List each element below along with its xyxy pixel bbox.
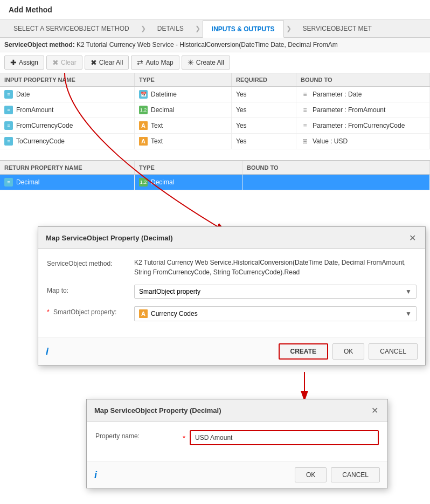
auto-map-icon: ⇄ [137, 58, 143, 67]
property-name-label: Property name: [95, 430, 176, 440]
spacer [0, 149, 430, 156]
modal-2-footer: i OK CANCEL [87, 461, 387, 488]
tab-serviceobject-met[interactable]: SERVICEOBJECT MET [294, 20, 381, 37]
row-icon-date: ≡ [4, 90, 13, 99]
clear-icon: ✖ [52, 58, 59, 67]
modal-1-title: Map ServiceObject Property (Decimal) [46, 234, 173, 242]
param-icon-date: ≡ [301, 90, 309, 99]
return-icon-decimal: ≡ [4, 178, 13, 187]
input-bound-date: ≡ Parameter : Date [296, 87, 430, 102]
clear-all-icon: ✖ [91, 58, 97, 67]
dialog-title: Add Method [0, 0, 430, 20]
return-bound-decimal [242, 175, 430, 190]
header-input-name: INPUT PROPERTY NAME [0, 73, 135, 86]
header-return-name: RETURN PROPERTY NAME [0, 161, 135, 174]
input-name-fromcurrencycode: ≡ FromCurrencyCode [0, 118, 135, 133]
smartobject-dropdown-arrow: ▼ [405, 310, 412, 317]
input-required-date: Yes [232, 87, 296, 102]
tab-details[interactable]: DETAILS [148, 20, 193, 37]
modal-2-body: Property name: * [87, 422, 387, 461]
required-star-property: * [183, 434, 185, 442]
header-input-required: REQUIRED [232, 73, 296, 86]
text-icon-tocurrencycode: A [139, 137, 148, 146]
return-table-row[interactable]: ≡ Decimal 1.2 Decimal [0, 175, 430, 190]
modal-2-footer-buttons: OK CANCEL [295, 467, 380, 482]
map-to-dropdown-arrow: ▼ [405, 288, 412, 295]
input-bound-tocurrencycode: ⊞ Value : USD [296, 134, 430, 149]
input-type-fromcurrencycode: A Text [135, 118, 232, 133]
modal-2-close-button[interactable]: ✕ [369, 405, 380, 416]
create-all-button[interactable]: ✳ Create All [182, 56, 230, 70]
modal-map-property-1: Map ServiceObject Property (Decimal) ✕ S… [38, 226, 426, 365]
plus-icon: ✚ [10, 58, 17, 67]
tab-separator-3: ❯ [284, 25, 294, 32]
auto-map-button[interactable]: ⇄ Auto Map [131, 56, 179, 70]
table-row[interactable]: ≡ Date 📅 Datetime Yes ≡ Parameter : Date [0, 87, 430, 102]
modal-1-close-button[interactable]: ✕ [407, 232, 418, 243]
assign-button[interactable]: ✚ Assign [4, 56, 44, 70]
input-name-tocurrencycode: ≡ ToCurrencyCode [0, 134, 135, 149]
return-table-header: RETURN PROPERTY NAME TYPE BOUND TO [0, 160, 430, 175]
info-icon-1: i [46, 346, 48, 357]
service-method-label: ServiceObject method: [47, 258, 128, 267]
input-name-fromamount: ≡ FromAmount [0, 102, 135, 118]
input-table-header: INPUT PROPERTY NAME TYPE REQUIRED BOUND … [0, 73, 430, 87]
map-to-row: Map to: SmartObject property ▼ [47, 285, 417, 299]
decimal-icon: 1.2 [139, 106, 148, 114]
ok-button-2[interactable]: OK [295, 467, 327, 482]
modal-1-footer-buttons: CREATE OK CANCEL [279, 343, 418, 360]
tab-select-method[interactable]: SELECT A SERVICEOBJECT METHOD [4, 20, 138, 37]
input-type-date: 📅 Datetime [135, 87, 232, 102]
header-return-bound-to: BOUND TO [242, 161, 430, 174]
input-type-tocurrencycode: A Text [135, 134, 232, 149]
header-input-type: TYPE [135, 73, 232, 86]
cancel-button-2[interactable]: CANCEL [331, 467, 380, 482]
modal-1-header: Map ServiceObject Property (Decimal) ✕ [38, 227, 425, 249]
table-row[interactable]: ≡ FromAmount 1.2 Decimal Yes ≡ Parameter… [0, 102, 430, 118]
smartobject-label: * SmartObject property: [47, 306, 128, 316]
clear-all-button[interactable]: ✖ Clear All [85, 56, 129, 70]
tab-bar: SELECT A SERVICEOBJECT METHOD ❯ DETAILS … [0, 20, 430, 38]
datetime-icon: 📅 [139, 90, 148, 99]
tab-separator-2: ❯ [193, 25, 203, 32]
param-icon-fromcurrencycode: ≡ [301, 121, 309, 130]
return-name-decimal: ≡ Decimal [0, 175, 135, 190]
create-button[interactable]: CREATE [279, 343, 328, 360]
map-to-label: Map to: [47, 285, 128, 294]
input-bound-fromcurrencycode: ≡ Parameter : FromCurrencyCode [296, 118, 430, 133]
property-name-row: Property name: * [95, 430, 379, 445]
title-text: Add Method [9, 5, 52, 14]
smartobject-dropdown[interactable]: A Currency Codes ▼ [134, 306, 417, 321]
service-method-row: ServiceObject method: K2 Tutorial Curren… [47, 258, 417, 277]
input-type-fromamount: 1.2 Decimal [135, 102, 232, 118]
modal-map-property-2: Map ServiceObject Property (Decimal) ✕ P… [86, 399, 388, 488]
map-to-dropdown[interactable]: SmartObject property ▼ [134, 285, 417, 299]
input-bound-fromamount: ≡ Parameter : FromAmount [296, 102, 430, 118]
input-required-tocurrencycode: Yes [232, 134, 296, 149]
tab-separator-1: ❯ [138, 25, 148, 32]
property-name-input[interactable] [190, 430, 379, 445]
header-input-bound-to: BOUND TO [296, 73, 430, 86]
toolbar: ✚ Assign ✖ Clear ✖ Clear All ⇄ Auto Map … [0, 52, 430, 73]
param-icon-fromamount: ≡ [301, 106, 309, 114]
create-all-icon: ✳ [188, 58, 194, 67]
table-row[interactable]: ≡ FromCurrencyCode A Text Yes ≡ Paramete… [0, 118, 430, 134]
clear-button[interactable]: ✖ Clear [46, 56, 82, 70]
input-name-date: ≡ Date [0, 87, 135, 102]
row-icon-fromamount: ≡ [4, 106, 13, 114]
ok-button-1[interactable]: OK [332, 343, 364, 360]
header-return-type: TYPE [135, 161, 242, 174]
return-type-decimal: 1.2 Decimal [135, 175, 242, 190]
tab-inputs-outputs[interactable]: INPUTS & OUTPUTS [203, 20, 284, 38]
service-info-bar: ServiceObject method: K2 Tutorial Curren… [0, 38, 430, 52]
input-required-fromamount: Yes [232, 102, 296, 118]
table-row[interactable]: ≡ ToCurrencyCode A Text Yes ⊞ Value : US… [0, 134, 430, 149]
modal-2-header: Map ServiceObject Property (Decimal) ✕ [87, 399, 387, 422]
decimal-type-icon: 1.2 [139, 178, 148, 187]
cancel-button-1[interactable]: CANCEL [369, 343, 418, 360]
smartobject-property-row: * SmartObject property: A Currency Codes… [47, 306, 417, 321]
row-icon-tocurrencycode: ≡ [4, 137, 13, 146]
modal-1-footer: i CREATE OK CANCEL [38, 337, 425, 365]
value-icon-tocurrencycode: ⊞ [301, 137, 309, 146]
required-star-smartobject: * [47, 308, 50, 316]
